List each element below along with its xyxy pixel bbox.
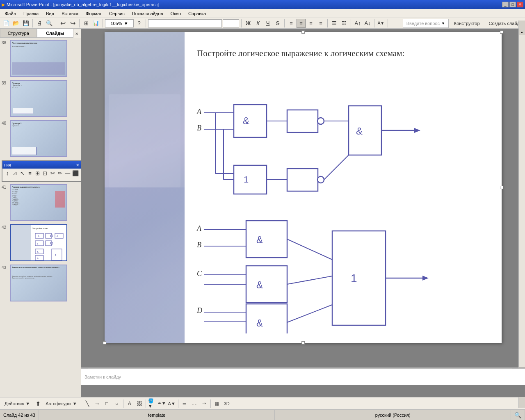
list-button[interactable]: ☰	[330, 19, 339, 28]
draw-btn-5[interactable]: ⊞	[34, 169, 41, 177]
menu-file[interactable]: Файл	[2, 10, 19, 17]
resize-handle-top-right[interactable]	[500, 30, 503, 34]
draw-btn-3[interactable]: ↖	[19, 169, 26, 177]
rect-button[interactable]: □	[103, 399, 112, 408]
line-style-button[interactable]: ═	[180, 399, 189, 408]
slide-41-item[interactable]: 41 Пример задания результаты к. 1. F=A&B…	[2, 184, 79, 221]
right-scrollbar[interactable]: ▲ ▼	[518, 29, 525, 374]
maximize-button[interactable]: □	[509, 2, 516, 7]
undo-button[interactable]: ↩	[58, 19, 67, 28]
resize-handle-bottom[interactable]	[301, 341, 305, 345]
slide-42-thumb[interactable]: Постройте логич... & & 1	[10, 224, 67, 261]
dash-style-button[interactable]: - -	[190, 399, 199, 408]
slide-39-item[interactable]: 39 Пример Примера А = ...F = 5+2	[2, 80, 79, 117]
resize-handle-bottom-left[interactable]	[103, 341, 106, 345]
increase-font-button[interactable]: A↑	[353, 19, 362, 28]
minimize-button[interactable]: _	[502, 2, 509, 7]
autoshapes-dropdown[interactable]: Автофигуры ▼	[43, 399, 79, 408]
shadow-button[interactable]: ▩	[212, 399, 221, 408]
menu-format[interactable]: Формат	[82, 10, 105, 17]
slide-38-thumb[interactable]: Построен алгоритм схем Метод к схемам...	[10, 40, 67, 77]
tab-structure[interactable]: Структура	[0, 29, 37, 38]
save-button[interactable]: 💾	[21, 19, 30, 28]
scrollbar-up-button[interactable]: ▲	[519, 29, 525, 35]
align-left-button[interactable]: ≡	[287, 19, 296, 28]
align-right-button[interactable]: ≡	[306, 19, 315, 28]
slide-39-number: 39	[2, 81, 10, 85]
align-center-button[interactable]: ≡	[297, 19, 306, 28]
menu-window[interactable]: Окно	[167, 10, 185, 17]
actions-dropdown[interactable]: Действия ▼	[2, 399, 33, 408]
help-search-box[interactable]: Введите вопрос ▼	[403, 19, 449, 28]
help-icon[interactable]: ?	[135, 19, 144, 28]
fill-color-button[interactable]: 🪣▼	[148, 399, 157, 408]
numbered-list-button[interactable]: ☷	[340, 19, 349, 28]
slide-43-item[interactable]: 43 Задание итог к которым можно подвести…	[2, 265, 79, 301]
notes-area[interactable]: Заметки к слайду	[81, 368, 525, 385]
underline-button[interactable]: Ч	[263, 19, 272, 28]
preview-button[interactable]: 🔍	[45, 19, 54, 28]
draw-btn-2[interactable]: ⊿	[11, 169, 18, 177]
resize-handle-right[interactable]	[500, 186, 503, 189]
menu-tools[interactable]: Сервис	[106, 10, 128, 17]
slide-41-thumb[interactable]: Пример задания результаты к. 1. F=A&B2. …	[10, 184, 67, 221]
zoom-selector[interactable]: 105% ▼	[105, 19, 134, 27]
print-button[interactable]: 🖨	[35, 19, 44, 28]
draw-btn-10[interactable]: ⬛	[72, 169, 79, 177]
draw-select-button[interactable]: ⬆	[34, 399, 43, 408]
draw-btn-6[interactable]: ⊡	[42, 169, 48, 177]
slide-40-item[interactable]: 40 Пример 2 Пример 2...	[2, 120, 79, 157]
designer-button[interactable]: Конструктор	[450, 19, 484, 28]
slide-40-thumb[interactable]: Пример 2 Пример 2...	[10, 120, 67, 157]
strikethrough-button[interactable]: S	[273, 19, 282, 28]
drawing-toolbar-close[interactable]: ✕	[76, 163, 79, 167]
slide-canvas[interactable]: Постройте логическое выражение к логичес…	[105, 32, 502, 343]
menu-edit[interactable]: Правка	[20, 10, 42, 17]
slide-39-thumb[interactable]: Пример Примера А = ...F = 5+2	[10, 80, 67, 117]
scrollbar-track[interactable]	[519, 35, 525, 368]
slide-38-item[interactable]: 38 Построен алгоритм схем Метод к схемам…	[2, 40, 79, 77]
bold-button[interactable]: Ж	[244, 19, 253, 28]
menu-insert[interactable]: Вставка	[58, 10, 82, 17]
resize-handle-top[interactable]	[301, 30, 305, 34]
new-slide-button[interactable]: Создать слайд	[485, 19, 523, 28]
menu-view[interactable]: Вид	[43, 10, 57, 17]
menu-slideshow[interactable]: Показ слайдов	[129, 10, 167, 17]
slide-42-item[interactable]: 42 Постройте логич... &	[2, 224, 79, 261]
close-button[interactable]: ✕	[517, 2, 523, 7]
justify-button[interactable]: ≡	[316, 19, 325, 28]
tab-slides[interactable]: Слайды	[37, 29, 74, 38]
font-selector[interactable]	[148, 19, 222, 27]
chart-button[interactable]: 📊	[91, 19, 100, 28]
new-button[interactable]: 📄	[2, 19, 11, 28]
draw-btn-1[interactable]: ↕	[4, 169, 11, 177]
font-size-selector[interactable]	[223, 19, 239, 27]
drawing-toolbar-title: ния ✕	[2, 161, 81, 169]
draw-btn-9[interactable]: —	[64, 169, 71, 177]
insert-wordart-button[interactable]: A	[125, 399, 134, 408]
panel-close-button[interactable]: ✕	[73, 31, 80, 37]
svg-rect-39	[287, 169, 318, 191]
draw-btn-7[interactable]: ✂	[49, 169, 56, 177]
separator-3	[79, 19, 80, 27]
font-color-button[interactable]: A▼	[377, 19, 386, 28]
font-color2-button[interactable]: A▼	[167, 399, 176, 408]
table-button[interactable]: ⊞	[82, 19, 91, 28]
oval-button[interactable]: ○	[112, 399, 121, 408]
italic-button[interactable]: К	[253, 19, 262, 28]
menu-help[interactable]: Справка	[185, 10, 209, 17]
slide-43-thumb[interactable]: Задание итог к которым можно подвести ан…	[10, 265, 67, 301]
redo-button[interactable]: ↪	[68, 19, 77, 28]
arrow-button[interactable]: →	[93, 399, 102, 408]
draw-btn-4[interactable]: ≡	[27, 169, 33, 177]
3d-button[interactable]: 3D	[222, 399, 231, 408]
separator-2	[56, 19, 56, 27]
open-button[interactable]: 📂	[11, 19, 21, 28]
arrow-style-button[interactable]: ⇒	[200, 399, 209, 408]
draw-btn-8[interactable]: ✏	[57, 169, 63, 177]
line-color-button[interactable]: ✒▼	[158, 399, 167, 408]
decrease-font-button[interactable]: A↓	[363, 19, 372, 28]
svg-marker-31	[414, 128, 420, 133]
line-button[interactable]: ╲	[83, 399, 92, 408]
insert-clip-button[interactable]: 🖼	[135, 399, 144, 408]
